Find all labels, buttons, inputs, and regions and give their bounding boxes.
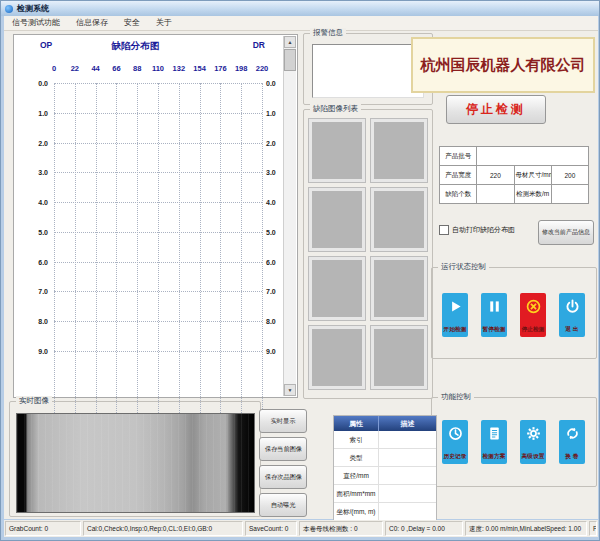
live-image-label: 实时图像: [16, 396, 52, 406]
menu-item-1[interactable]: 信息保存: [68, 16, 116, 30]
run-control-buttons: 开始检测暂停检测停止检测退 出: [442, 293, 585, 337]
modify-product-info-button[interactable]: 修改当前产品信息: [538, 220, 594, 245]
grid-vline: [116, 83, 117, 419]
defect-image-list-label: 缺陷图像列表: [310, 104, 361, 114]
x-tick-label: 154: [193, 64, 206, 73]
y-tick-label-left: 0.0: [16, 80, 48, 87]
defect-thumbnail[interactable]: [309, 257, 365, 320]
run-state-control-group: 运行状态控制 开始检测暂停检测停止检测退 出: [431, 267, 597, 359]
property-row: 直径/mm: [334, 467, 436, 485]
function-control-button-0[interactable]: 历史记录: [442, 420, 468, 464]
y-tick-label-left: 5.0: [16, 228, 48, 235]
scroll-down-arrow-icon[interactable]: ▼: [284, 384, 296, 396]
property-table-rows: 索引类型直径/mm面积/mm*mm坐标/(mm, m): [334, 431, 436, 521]
menu-item-3[interactable]: 关于: [148, 16, 180, 30]
function-control-button-1[interactable]: 检测方案: [481, 420, 507, 464]
grid-vline: [54, 83, 55, 419]
menu-item-0[interactable]: 信号测试功能: [4, 16, 68, 30]
run-control-label-0: 开始检测: [444, 325, 467, 334]
defect-thumbnail[interactable]: [371, 119, 427, 182]
status-bar: GrabCount: 0Cal:0,Check:0,Insp:0,Rep:0,C…: [4, 520, 598, 537]
run-control-button-1[interactable]: 暂停检测: [481, 293, 507, 337]
auto-print-checkbox[interactable]: 自动打印缺陷分布图: [439, 225, 515, 235]
x-tick-label: 0: [52, 64, 56, 73]
status-segment-0: GrabCount: 0: [5, 521, 81, 536]
y-tick-label-left: 8.0: [16, 318, 48, 325]
pause-icon: [486, 298, 503, 319]
menu-bar: 信号测试功能信息保存安全关于: [4, 16, 598, 31]
image-button-label-3: 自动曝光: [271, 501, 296, 510]
run-state-control-label: 运行状态控制: [438, 262, 489, 272]
x-tick-label: 66: [112, 64, 120, 73]
defect-thumbnail[interactable]: [371, 257, 427, 320]
scrollbar-thumb[interactable]: [284, 49, 296, 71]
image-button-label-0: 实时显示: [271, 417, 296, 426]
material-value: 200: [551, 166, 588, 185]
alarm-info-label: 报警信息: [310, 28, 346, 38]
stop-detection-main-button[interactable]: 停止检测: [446, 95, 546, 124]
checkbox-icon[interactable]: [439, 225, 449, 235]
x-tick-label: 110: [152, 64, 164, 73]
x-tick-label: 22: [71, 64, 79, 73]
grid-hline: [54, 232, 262, 233]
y-tick-label-left: 4.0: [16, 199, 48, 206]
defect-thumbnail[interactable]: [371, 188, 427, 251]
property-name: 索引: [334, 431, 379, 448]
image-action-buttons: 实时显示保存当前图像保存次品图像自动曝光: [259, 409, 307, 517]
image-button-3[interactable]: 自动曝光: [259, 493, 307, 517]
x-tick-label: 220: [256, 64, 269, 73]
image-button-0[interactable]: 实时显示: [259, 409, 307, 433]
defect-image-list-group: 缺陷图像列表: [303, 109, 433, 399]
grid-vline: [241, 83, 242, 419]
run-control-button-2[interactable]: 停止检测: [520, 293, 546, 337]
meters-value: [551, 185, 588, 204]
chart-scrollbar[interactable]: ▲ ▼: [283, 36, 296, 396]
run-control-button-0[interactable]: 开始检测: [442, 293, 468, 337]
grid-vline: [137, 83, 138, 419]
defect-thumbnail[interactable]: [371, 326, 427, 389]
grid-vline: [96, 83, 97, 419]
function-control-label: 功能控制: [438, 392, 474, 402]
menu-item-2[interactable]: 安全: [116, 16, 148, 30]
product-info-table: 产品批号 产品宽度 220 母材尺寸/mm 200 缺陷个数 检测米数/m: [439, 146, 589, 204]
function-control-buttons: 历史记录检测方案高级设置换 卷: [442, 420, 585, 464]
y-tick-label-left: 9.0: [16, 348, 48, 355]
property-value: [379, 431, 436, 448]
defect-thumbnail[interactable]: [309, 188, 365, 251]
chart-plot-area: [54, 83, 262, 419]
x-tick-label: 44: [91, 64, 99, 73]
function-control-group: 功能控制 历史记录检测方案高级设置换 卷: [431, 397, 597, 487]
history-icon: [447, 425, 464, 446]
property-row: 面积/mm*mm: [334, 485, 436, 503]
function-control-button-2[interactable]: 高级设置: [520, 420, 546, 464]
defect-thumbnail[interactable]: [309, 326, 365, 389]
defect-distribution-chart: OP 缺陷分布图 DR 022446688110132154176198220 …: [13, 34, 298, 398]
grid-hline: [54, 172, 262, 173]
play-icon: [447, 298, 464, 319]
scroll-up-arrow-icon[interactable]: ▲: [284, 36, 296, 48]
status-segment-6: FL: 0: [589, 521, 597, 536]
property-value: [379, 485, 436, 502]
run-control-button-3[interactable]: 退 出: [559, 293, 585, 337]
function-control-label-0: 历史记录: [444, 452, 467, 461]
chart-title: 缺陷分布图: [14, 40, 257, 53]
batch-label: 产品批号: [440, 147, 477, 166]
property-row: 类型: [334, 449, 436, 467]
x-tick-label: 132: [173, 64, 186, 73]
title-bar[interactable]: 检测系统: [1, 1, 600, 16]
function-control-label-1: 检测方案: [483, 452, 506, 461]
live-camera-image: [16, 413, 255, 513]
property-header-desc: 描述: [379, 416, 436, 431]
defect-thumbnail[interactable]: [309, 119, 365, 182]
x-tick-label: 198: [235, 64, 248, 73]
grid-vline: [75, 83, 76, 419]
function-control-button-3[interactable]: 换 卷: [559, 420, 585, 464]
property-name: 坐标/(mm, m): [334, 503, 379, 520]
image-button-1[interactable]: 保存当前图像: [259, 437, 307, 461]
property-name: 面积/mm*mm: [334, 485, 379, 502]
property-row: 索引: [334, 431, 436, 449]
image-button-2[interactable]: 保存次品图像: [259, 465, 307, 489]
grid-hline: [54, 202, 262, 203]
grid-vline: [179, 83, 180, 419]
chart-corner-label-dr: DR: [253, 40, 265, 50]
